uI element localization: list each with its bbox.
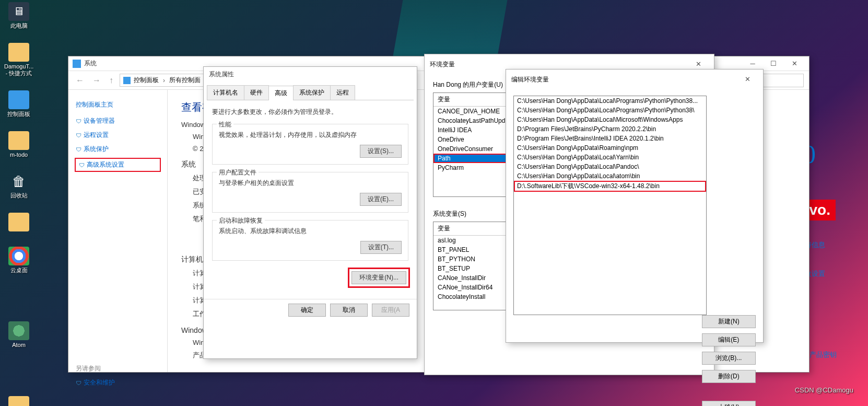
browse-button[interactable]: 浏览(B)... bbox=[702, 352, 756, 365]
path-row[interactable]: D:\Program Files\JetBrains\PyCharm 2020.… bbox=[514, 124, 706, 134]
desktop-icon[interactable]: 控制面板 bbox=[4, 90, 33, 118]
sysprops-tab-0[interactable]: 计算机名 bbox=[207, 85, 244, 100]
path-row[interactable]: C:\Users\Han Dong\AppData\Local\Microsof… bbox=[514, 115, 706, 124]
minimize-button[interactable]: ─ bbox=[742, 57, 763, 71]
editenv-close-button[interactable]: ✕ bbox=[737, 73, 758, 86]
sysprops-tab-4[interactable]: 远程 bbox=[330, 85, 355, 100]
sidebar-header[interactable]: 控制面板主页 bbox=[76, 100, 160, 109]
sidebar-item-security[interactable]: 安全和维护 bbox=[76, 378, 160, 387]
new-button[interactable]: 新建(N) bbox=[702, 315, 756, 328]
sysprops-title[interactable]: 系统属性 bbox=[204, 67, 417, 82]
edit-button[interactable]: 编辑(E) bbox=[702, 333, 756, 346]
system-icon bbox=[73, 60, 81, 68]
startup-settings-button[interactable]: 设置(T)... bbox=[360, 241, 402, 254]
breadcrumb-a[interactable]: 控制面板 bbox=[134, 76, 159, 85]
nav-forward-icon[interactable]: → bbox=[90, 76, 103, 85]
watermark: CSDN @CDamogu bbox=[795, 386, 853, 394]
startup-desc: 系统启动、系统故障和调试信息 bbox=[219, 227, 402, 236]
sidebar-item-device-manager[interactable]: 设备管理器 bbox=[76, 117, 160, 125]
maximize-button[interactable]: ☐ bbox=[763, 57, 784, 71]
perf-desc: 视觉效果，处理器计划，内存使用，以及虚拟内存 bbox=[219, 131, 402, 140]
desktop-icon[interactable]: ANoeFla... bbox=[4, 396, 33, 406]
path-row[interactable]: D:\.SoftwareLib\下载\VSCode-win32-x64-1.48… bbox=[514, 181, 706, 192]
path-list[interactable]: C:\Users\Han Dong\AppData\Local\Programs… bbox=[513, 96, 707, 315]
userprofiles-settings-button[interactable]: 设置(E)... bbox=[360, 193, 402, 206]
desktop-icon[interactable]: m-todo bbox=[4, 131, 33, 158]
sidebar-item-protection[interactable]: 系统保护 bbox=[76, 145, 160, 154]
env-variables-button[interactable]: 环境变量(N)... bbox=[351, 271, 406, 284]
path-row[interactable]: C:\Users\Han Dong\AppData\Local\Programs… bbox=[514, 106, 706, 115]
userprofiles-desc: 与登录帐户相关的桌面设置 bbox=[219, 179, 402, 188]
startup-fieldset: 启动和故障恢复 系统启动、系统故障和调试信息 设置(T)... bbox=[212, 220, 408, 261]
perf-settings-button[interactable]: 设置(S)... bbox=[360, 145, 402, 158]
close-button[interactable]: ✕ bbox=[784, 57, 805, 71]
address-bar[interactable]: 控制面板 所有控制面 bbox=[120, 74, 204, 87]
sidebar-see-also: 另请参阅 bbox=[76, 364, 160, 373]
system-properties-dialog: 系统属性 计算机名硬件高级系统保护远程 要进行大多数更改，你必须作为管理员登录。… bbox=[203, 66, 417, 359]
editenv-titlebar[interactable]: 编辑环境变量 ✕ bbox=[506, 69, 763, 89]
system-sidebar: 控制面板主页 设备管理器 远程设置 系统保护 高级系统设置 另请参阅 安全和维护 bbox=[68, 90, 168, 372]
sysprops-tab-1[interactable]: 硬件 bbox=[244, 85, 269, 100]
path-row[interactable]: C:\Users\Han Dong\AppData\Local\Pandoc\ bbox=[514, 162, 706, 171]
sidebar-item-advanced-settings[interactable]: 高级系统设置 bbox=[76, 159, 160, 171]
userprofiles-title: 用户配置文件 bbox=[217, 168, 259, 177]
path-row[interactable]: D:\Program Files\JetBrains\IntelliJ IDEA… bbox=[514, 134, 706, 143]
sysprops-tab-3[interactable]: 系统保护 bbox=[293, 85, 331, 100]
desktop-icons: 此电脑DamoguT...- 快捷方式控制面板m-todo回收站云桌面AtomA… bbox=[4, 2, 64, 406]
path-row[interactable]: C:\Users\Han Dong\AppData\Local\Programs… bbox=[514, 96, 706, 106]
delete-button[interactable]: 删除(D) bbox=[702, 370, 756, 383]
desktop-icon[interactable]: DamoguT...- 快捷方式 bbox=[4, 43, 33, 77]
envvars-title: 环境变量 bbox=[430, 60, 688, 69]
path-row[interactable]: C:\Users\Han Dong\AppData\Local\Yarn\bin bbox=[514, 153, 706, 162]
moveup-button[interactable]: 上移(U) bbox=[702, 401, 756, 406]
desktop-icon[interactable]: 云桌面 bbox=[4, 247, 33, 274]
sysprops-ok-button[interactable]: 确定 bbox=[288, 304, 326, 317]
breadcrumb-b[interactable]: 所有控制面 bbox=[169, 76, 201, 85]
addr-icon bbox=[123, 77, 131, 84]
userprofiles-fieldset: 用户配置文件 与登录帐户相关的桌面设置 设置(E)... bbox=[212, 172, 408, 213]
desktop-icon[interactable] bbox=[4, 213, 33, 233]
sysprops-intro: 要进行大多数更改，你必须作为管理员登录。 bbox=[212, 108, 408, 117]
path-row[interactable]: C:\Users\Han Dong\AppData\Roaming\npm bbox=[514, 143, 706, 153]
sysprops-apply-button: 应用(A bbox=[372, 304, 409, 317]
startup-title: 启动和故障恢复 bbox=[217, 216, 265, 225]
sysprops-tabs: 计算机名硬件高级系统保护远程 bbox=[207, 85, 414, 100]
desktop-icon[interactable]: 回收站 bbox=[4, 172, 33, 199]
path-row[interactable]: C:\Users\Han Dong\AppData\Local\atom\bin bbox=[514, 171, 706, 181]
sidebar-item-remote[interactable]: 远程设置 bbox=[76, 131, 160, 140]
sysprops-cancel-button[interactable]: 取消 bbox=[330, 304, 368, 317]
nav-up-icon[interactable]: ↑ bbox=[107, 76, 115, 85]
desktop-icon[interactable]: 此电脑 bbox=[4, 2, 33, 29]
perf-title: 性能 bbox=[217, 120, 233, 129]
perf-fieldset: 性能 视觉效果，处理器计划，内存使用，以及虚拟内存 设置(S)... bbox=[212, 124, 408, 165]
nav-back-icon[interactable]: ← bbox=[74, 76, 86, 85]
chevron-right-icon bbox=[162, 77, 166, 84]
edit-env-dialog: 编辑环境变量 ✕ C:\Users\Han Dong\AppData\Local… bbox=[506, 69, 764, 343]
editenv-title: 编辑环境变量 bbox=[511, 75, 737, 84]
sysprops-tab-2[interactable]: 高级 bbox=[268, 86, 294, 100]
desktop-icon[interactable]: Atom bbox=[4, 321, 33, 349]
